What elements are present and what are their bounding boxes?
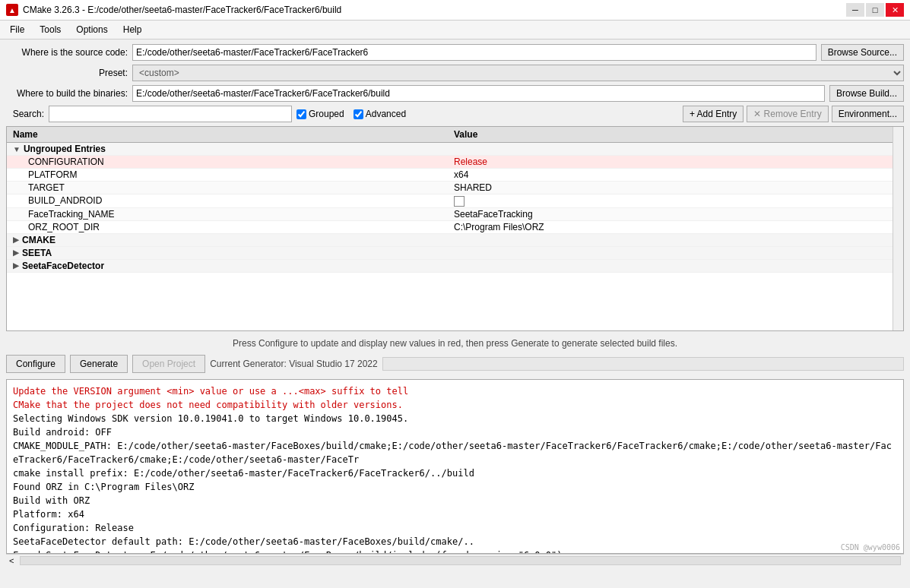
- entry-facetracking-name-key: FaceTracking_NAME: [28, 209, 115, 220]
- seeta-label: SEETA: [22, 248, 52, 258]
- table-row: PLATFORM x64: [7, 169, 903, 182]
- config-table: Name Value ▼ Ungrouped Entries CONFIGURA…: [6, 126, 904, 331]
- entry-build-android-name: BUILD_ANDROID: [28, 195, 102, 206]
- log-line: Build with ORZ: [13, 494, 897, 507]
- title-bar-controls: ─ □ ✕: [846, 3, 904, 17]
- status-text: Press Configure to update and display ne…: [6, 335, 904, 352]
- log-container: Update the VERSION argument <min> value …: [6, 379, 904, 566]
- search-label: Search:: [6, 109, 44, 119]
- group-seetafacedetector[interactable]: ▶ SeetaFaceDetector: [7, 260, 903, 273]
- log-line: Found ORZ in C:\Program Files\ORZ: [13, 480, 897, 494]
- build-row: Where to build the binaries: Browse Buil…: [6, 85, 904, 102]
- entry-platform-name: PLATFORM: [28, 169, 77, 180]
- log-line: Platform: x64: [13, 507, 897, 521]
- log-line: Selecting Windows SDK version 10.0.19041…: [13, 412, 897, 425]
- log-area: Update the VERSION argument <min> value …: [6, 379, 904, 554]
- maximize-button[interactable]: □: [866, 3, 884, 17]
- group-seeta[interactable]: ▶ SEETA: [7, 247, 903, 260]
- action-row: Configure Generate Open Project Current …: [6, 352, 904, 376]
- entry-target-name: TARGET: [28, 182, 65, 193]
- title-bar: ▲ CMake 3.26.3 - E:/code/other/seeta6-ma…: [0, 0, 910, 21]
- table-row: ORZ_ROOT_DIR C:\Program Files\ORZ: [7, 221, 903, 234]
- log-line: Update the VERSION argument <min> value …: [13, 384, 897, 398]
- entry-target-value: SHARED: [448, 182, 903, 193]
- log-line: CMake that the project does not need com…: [13, 398, 897, 412]
- cmake-label: CMAKE: [22, 235, 55, 245]
- preset-dropdown[interactable]: <custom>: [132, 65, 904, 81]
- advanced-checkbox-label[interactable]: Advanced: [354, 109, 406, 119]
- menu-help[interactable]: Help: [116, 22, 149, 37]
- search-input[interactable]: [49, 106, 292, 122]
- title-bar-text: CMake 3.26.3 - E:/code/other/seeta6-mast…: [23, 5, 842, 15]
- log-line: Found SeetaFaceDetector: E:/code/other/s…: [13, 548, 897, 554]
- log-line: SeetaFaceDetector default path: E:/code/…: [13, 535, 897, 548]
- ungrouped-expand-icon[interactable]: ▼: [13, 145, 21, 153]
- log-line: CMAKE_MODULE_PATH: E:/code/other/seeta6-…: [13, 439, 897, 466]
- generate-button[interactable]: Generate: [70, 355, 128, 373]
- entry-facetracking-name-value: SeetaFaceTracking: [448, 209, 903, 220]
- grouped-checkbox[interactable]: [296, 109, 306, 119]
- entry-orz-root-value: C:\Program Files\ORZ: [448, 222, 903, 232]
- cmake-expand-icon[interactable]: ▶: [13, 236, 19, 244]
- scroll-left-icon[interactable]: <: [6, 556, 17, 565]
- name-column-header: Name: [7, 129, 448, 140]
- checkbox-group: Grouped Advanced: [296, 109, 678, 119]
- menu-file[interactable]: File: [3, 22, 31, 37]
- source-input[interactable]: [132, 44, 816, 61]
- build-android-checkbox[interactable]: [454, 196, 465, 207]
- group-ungrouped[interactable]: ▼ Ungrouped Entries: [7, 143, 903, 156]
- log-line: Build android: OFF: [13, 425, 897, 439]
- entry-build-android-value: [448, 195, 903, 207]
- environment-button[interactable]: Environment...: [832, 106, 904, 122]
- entry-configuration-name: CONFIGURATION: [28, 156, 104, 167]
- log-line: Configuration: Release: [13, 521, 897, 535]
- seeta-expand-icon[interactable]: ▶: [13, 248, 19, 257]
- menu-tools[interactable]: Tools: [33, 22, 68, 37]
- menu-options[interactable]: Options: [69, 22, 114, 37]
- table-row: FaceTracking_NAME SeetaFaceTracking: [7, 208, 903, 221]
- source-label: Where is the source code:: [6, 47, 128, 58]
- table-row: BUILD_ANDROID: [7, 194, 903, 208]
- table-row: TARGET SHARED: [7, 182, 903, 194]
- toolbar-buttons: + Add Entry ✕ Remove Entry Environment..…: [683, 106, 904, 122]
- advanced-label: Advanced: [366, 109, 406, 119]
- ungrouped-label: Ungrouped Entries: [24, 144, 106, 154]
- generator-text: Current Generator: Visual Studio 17 2022: [210, 359, 378, 369]
- browse-build-button[interactable]: Browse Build...: [829, 85, 904, 102]
- preset-row: Preset: <custom>: [6, 65, 904, 81]
- progress-bar: [382, 357, 904, 371]
- advanced-checkbox[interactable]: [354, 109, 363, 119]
- search-row: Search: Grouped Advanced + Add Entry ✕ R…: [6, 106, 904, 122]
- remove-entry-button[interactable]: ✕ Remove Entry: [747, 106, 828, 122]
- horizontal-scrollbar[interactable]: <: [6, 554, 904, 566]
- close-button[interactable]: ✕: [886, 3, 904, 17]
- source-row: Where is the source code: Browse Source.…: [6, 44, 904, 61]
- browse-source-button[interactable]: Browse Source...: [821, 44, 904, 61]
- table-row: CONFIGURATION Release: [7, 156, 903, 169]
- seetafacedetector-label: SeetaFaceDetector: [22, 261, 104, 271]
- minimize-button[interactable]: ─: [846, 3, 864, 17]
- value-column-header: Value: [448, 129, 903, 140]
- app-icon: ▲: [6, 4, 18, 16]
- menu-bar: File Tools Options Help: [0, 21, 910, 40]
- hscroll-bar[interactable]: [20, 556, 901, 565]
- group-cmake[interactable]: ▶ CMAKE: [7, 234, 903, 247]
- table-header: Name Value: [7, 127, 903, 143]
- table-scrollbar[interactable]: [893, 127, 903, 330]
- entry-orz-root-name: ORZ_ROOT_DIR: [28, 222, 100, 232]
- preset-label: Preset:: [6, 68, 128, 78]
- entry-configuration-value: Release: [448, 156, 903, 167]
- build-input[interactable]: [132, 85, 825, 102]
- main-content: Where is the source code: Browse Source.…: [0, 40, 910, 571]
- configure-button[interactable]: Configure: [6, 355, 65, 373]
- seetafacedetector-expand-icon[interactable]: ▶: [13, 261, 19, 270]
- build-label: Where to build the binaries:: [6, 88, 128, 99]
- add-entry-button[interactable]: + Add Entry: [683, 106, 744, 122]
- entry-platform-value: x64: [448, 169, 903, 180]
- grouped-checkbox-label[interactable]: Grouped: [296, 109, 344, 119]
- grouped-label: Grouped: [309, 109, 344, 119]
- open-project-button[interactable]: Open Project: [132, 355, 205, 373]
- log-line: cmake install prefix: E:/code/other/seet…: [13, 466, 897, 480]
- watermark: CSDN @wyw0006: [841, 543, 900, 552]
